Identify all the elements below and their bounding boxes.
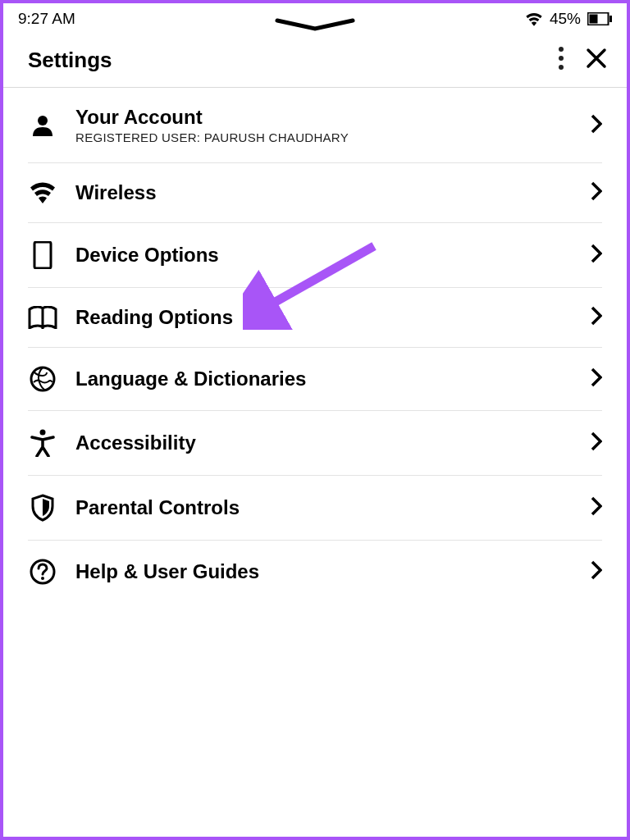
- svg-point-4: [559, 56, 564, 61]
- chevron-right-icon: [591, 181, 602, 204]
- chevron-right-icon: [591, 431, 602, 454]
- help-icon: [28, 559, 57, 585]
- item-title: Accessibility: [75, 431, 573, 454]
- chevron-right-icon: [591, 560, 602, 583]
- shield-icon: [28, 494, 57, 522]
- settings-item-wireless[interactable]: Wireless: [28, 163, 602, 223]
- chevron-right-icon: [591, 114, 602, 137]
- svg-point-3: [559, 47, 564, 52]
- item-title: Language & Dictionaries: [75, 368, 573, 390]
- settings-list: Your Account REGISTERED USER: PAURUSH CH…: [3, 88, 627, 603]
- svg-rect-2: [609, 16, 612, 22]
- svg-point-11: [41, 577, 44, 580]
- svg-point-6: [38, 116, 48, 126]
- settings-item-accessibility[interactable]: Accessibility: [28, 411, 602, 476]
- item-title: Wireless: [75, 181, 573, 204]
- item-title: Help & User Guides: [75, 560, 573, 583]
- book-icon: [28, 306, 57, 329]
- close-button[interactable]: [586, 48, 607, 72]
- battery-icon: [587, 12, 612, 25]
- device-icon: [28, 241, 57, 269]
- item-title: Parental Controls: [75, 496, 573, 519]
- wifi-icon: [28, 182, 57, 203]
- svg-rect-1: [590, 15, 598, 24]
- settings-item-parental-controls[interactable]: Parental Controls: [28, 476, 602, 541]
- settings-header: Settings: [3, 31, 627, 88]
- settings-item-help[interactable]: Help & User Guides: [28, 541, 602, 603]
- wifi-status-icon: [525, 12, 543, 26]
- item-title: Reading Options: [75, 306, 573, 329]
- overflow-menu-button[interactable]: [558, 46, 564, 74]
- settings-item-your-account[interactable]: Your Account REGISTERED USER: PAURUSH CH…: [28, 88, 602, 163]
- chevron-right-icon: [591, 496, 602, 519]
- status-time: 9:27 AM: [18, 10, 75, 28]
- item-title: Your Account: [75, 106, 573, 129]
- chevron-right-icon: [591, 244, 602, 267]
- accessibility-icon: [28, 429, 57, 457]
- item-subtitle: REGISTERED USER: PAURUSH CHAUDHARY: [75, 130, 573, 144]
- chevron-right-icon: [591, 306, 602, 329]
- settings-item-reading-options[interactable]: Reading Options: [28, 288, 602, 348]
- chevron-right-icon: [591, 368, 602, 390]
- settings-item-language[interactable]: Language & Dictionaries: [28, 348, 602, 411]
- drag-handle-icon[interactable]: [274, 18, 356, 36]
- svg-point-5: [559, 65, 564, 70]
- battery-percent: 45%: [550, 10, 581, 28]
- globe-icon: [28, 366, 57, 392]
- svg-point-9: [40, 430, 46, 436]
- person-icon: [28, 113, 57, 138]
- svg-rect-7: [34, 242, 51, 268]
- settings-item-device-options[interactable]: Device Options: [28, 223, 602, 288]
- item-title: Device Options: [75, 244, 573, 267]
- page-title: Settings: [28, 48, 112, 73]
